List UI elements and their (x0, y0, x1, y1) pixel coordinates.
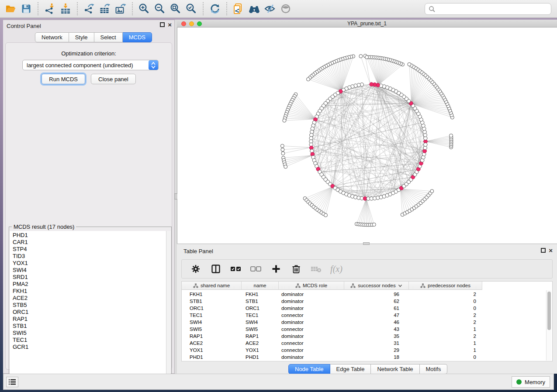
table-row-PHD1[interactable]: PHD1PHD1dominator180 (182, 354, 552, 361)
cell-name[interactable]: STB1 (242, 299, 279, 304)
cell-successor-nodes[interactable]: 29 (344, 347, 409, 353)
mcds-result-item[interactable]: PMA2 (13, 281, 171, 288)
network-node[interactable] (372, 223, 376, 227)
cell-shared-name[interactable]: TEC1 (182, 313, 242, 318)
delete-column-button[interactable] (290, 262, 302, 275)
mcds-result-item[interactable]: TID3 (13, 253, 171, 260)
cell-successor-nodes[interactable]: 61 (344, 306, 409, 311)
tab-mcds[interactable]: MCDS (123, 32, 152, 42)
optimization-criterion-select[interactable]: largest connected component (undirected) (22, 60, 159, 70)
table-row-RAP1[interactable]: RAP1RAP1dominator352 (182, 333, 552, 340)
mcds-result-item[interactable]: SRD1 (13, 274, 171, 281)
table-row-ORC1[interactable]: ORC1ORC1dominator610 (182, 305, 552, 312)
network-node[interactable] (324, 213, 328, 217)
mcds-list-scrollbar[interactable] (166, 231, 171, 388)
mcds-result-item[interactable]: FKH1 (13, 288, 171, 295)
mcds-result-item[interactable]: STP4 (13, 246, 171, 253)
mcds-result-item[interactable]: TEC1 (13, 337, 171, 344)
cell-shared-name[interactable]: YOX1 (182, 347, 242, 353)
export-network-button[interactable] (81, 1, 97, 16)
network-search-field[interactable] (425, 3, 551, 15)
cell-name[interactable]: SWI5 (242, 327, 279, 332)
mcds-result-item[interactable]: STB5 (13, 302, 171, 309)
tab-node-table[interactable]: Node Table (288, 364, 330, 374)
network-node[interactable] (283, 119, 286, 122)
cell-shared-name[interactable]: STB1 (182, 299, 242, 304)
network-node[interactable] (430, 189, 434, 193)
network-node[interactable] (281, 151, 285, 155)
cell-shared-name[interactable]: RAP1 (182, 334, 242, 339)
mcds-result-item[interactable]: CAR1 (13, 239, 171, 246)
import-network-button[interactable] (42, 1, 58, 16)
cell-name[interactable]: TEC1 (242, 313, 279, 318)
zoom-out-button[interactable] (152, 1, 168, 16)
cell-predecessor-nodes[interactable]: 1 (409, 347, 482, 353)
cell-shared-name[interactable]: ORC1 (182, 306, 242, 311)
column-header-name[interactable]: name (242, 282, 279, 290)
cell-successor-nodes[interactable]: 47 (344, 313, 409, 318)
mcds-result-item[interactable]: GCR1 (13, 344, 171, 351)
memory-button[interactable]: Memory (512, 376, 550, 388)
cell-predecessor-nodes[interactable]: 0 (409, 306, 482, 311)
tab-select[interactable]: Select (94, 32, 123, 42)
table-row-SWI4[interactable]: SWI4SWI4dominator462 (182, 319, 552, 326)
add-column-button[interactable] (270, 262, 282, 275)
cell-MCDS-role[interactable]: dominator (279, 306, 344, 311)
network-node[interactable] (424, 143, 427, 146)
cell-shared-name[interactable]: PHD1 (182, 354, 242, 360)
mcds-result-item[interactable]: ACE2 (13, 295, 171, 302)
deselect-all-rows-button[interactable] (250, 262, 262, 275)
network-graph[interactable] (177, 28, 557, 244)
mcds-result-item[interactable]: ORC1 (13, 309, 171, 316)
cell-successor-nodes[interactable]: 62 (344, 299, 409, 304)
cell-predecessor-nodes[interactable]: 0 (409, 299, 482, 304)
select-all-rows-button[interactable] (230, 262, 242, 275)
cell-predecessor-nodes[interactable]: 2 (409, 320, 482, 325)
tab-network[interactable]: Network (35, 32, 69, 42)
cell-shared-name[interactable]: SWI4 (182, 320, 242, 325)
mcds-result-item[interactable]: RAP1 (13, 316, 171, 323)
zoom-in-button[interactable] (136, 1, 152, 16)
close-panel-icon[interactable]: × (168, 22, 172, 27)
zoom-fit-button[interactable] (168, 1, 183, 16)
network-node[interactable] (281, 148, 284, 151)
mcds-result-list[interactable]: PHD1CAR1STP4TID3YOX1SWI4SRD1PMA2FKH1ACE2… (10, 231, 171, 388)
network-node-mcds-highlighted[interactable] (370, 83, 374, 86)
hide-selected-button[interactable] (262, 1, 278, 16)
mcds-result-item[interactable]: YOX1 (13, 260, 171, 267)
table-row-TEC1[interactable]: TEC1TEC1connector472 (182, 312, 552, 319)
cell-successor-nodes[interactable]: 43 (344, 327, 409, 332)
cell-MCDS-role[interactable]: connector (279, 347, 344, 353)
cell-name[interactable]: RAP1 (242, 334, 279, 339)
new-network-from-selection-button[interactable] (231, 1, 246, 16)
scrollbar-thumb[interactable] (547, 292, 551, 330)
mcds-result-item[interactable]: SWI4 (13, 267, 171, 274)
mcds-result-item[interactable]: SWI5 (13, 330, 171, 337)
first-neighbors-button[interactable] (246, 1, 262, 16)
network-node[interactable] (408, 62, 411, 66)
mcds-result-item[interactable]: STB1 (13, 323, 171, 330)
cell-name[interactable]: PHD1 (242, 354, 279, 360)
cell-predecessor-nodes[interactable]: 2 (409, 334, 482, 339)
search-input[interactable] (438, 6, 547, 12)
cell-successor-nodes[interactable]: 46 (344, 320, 409, 325)
cell-successor-nodes[interactable]: 31 (344, 340, 409, 346)
table-row-SWI5[interactable]: SWI5SWI5connector431 (182, 326, 552, 333)
refresh-view-button[interactable] (207, 1, 223, 16)
cell-predecessor-nodes[interactable]: 2 (409, 292, 482, 297)
column-header-successor-nodes[interactable]: successor nodes (344, 282, 409, 290)
cell-predecessor-nodes[interactable]: 2 (409, 313, 482, 318)
network-window-titlebar[interactable]: YPA_prune.txt_1 (177, 20, 557, 28)
cell-predecessor-nodes[interactable]: 0 (409, 354, 482, 360)
tab-network-table[interactable]: Network Table (371, 364, 419, 374)
tab-style[interactable]: Style (69, 32, 94, 42)
cell-MCDS-role[interactable]: connector (279, 340, 344, 346)
cell-name[interactable]: FKH1 (242, 292, 279, 297)
open-file-button[interactable] (3, 1, 18, 16)
network-node[interactable] (450, 134, 453, 138)
column-header-predecessor-nodes[interactable]: predecessor nodes (409, 282, 482, 290)
table-vertical-scrollbar[interactable] (546, 290, 551, 361)
tab-motifs[interactable]: Motifs (420, 364, 448, 374)
cell-successor-nodes[interactable]: 18 (344, 354, 409, 360)
table-row-YOX1[interactable]: YOX1YOX1connector291 (182, 347, 552, 354)
